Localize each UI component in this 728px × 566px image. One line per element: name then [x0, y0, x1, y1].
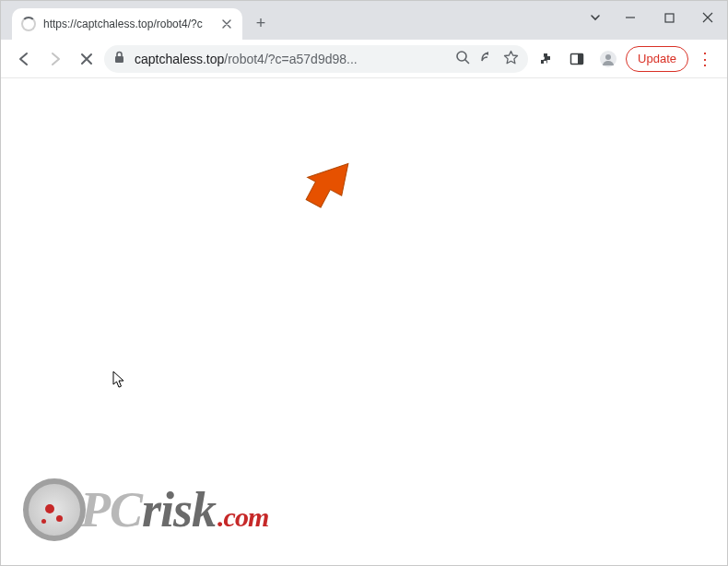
maximize-button[interactable]: [650, 1, 688, 34]
svg-rect-2: [115, 56, 123, 63]
back-button[interactable]: [10, 45, 38, 73]
svg-point-8: [605, 54, 611, 60]
profile-icon[interactable]: [594, 45, 622, 73]
url-text: captchaless.top/robot4/?c=a57d9d98...: [135, 52, 446, 66]
menu-button[interactable]: ⋮: [692, 49, 718, 69]
svg-rect-6: [578, 53, 583, 64]
stop-reload-button[interactable]: [73, 45, 100, 73]
bookmark-star-icon[interactable]: [503, 50, 519, 68]
close-window-button[interactable]: [688, 1, 727, 34]
share-icon[interactable]: [479, 50, 494, 67]
tab-close-button[interactable]: [220, 18, 233, 30]
svg-rect-1: [665, 14, 674, 22]
annotation-arrow-icon: [304, 154, 350, 209]
lock-icon[interactable]: [113, 51, 125, 66]
new-tab-button[interactable]: +: [248, 10, 274, 36]
browser-toolbar: captchaless.top/robot4/?c=a57d9d98... Up…: [1, 40, 727, 78]
tab-title: https://captchaless.top/robot4/?c: [43, 18, 213, 30]
loading-spinner-icon: [21, 17, 36, 31]
watermark-text: PCrisk.com: [80, 481, 268, 538]
url-path: /robot4/?c=a57d9d98...: [224, 52, 357, 66]
mouse-cursor-icon: [112, 371, 127, 389]
watermark-risk: risk: [142, 481, 216, 538]
sidepanel-icon[interactable]: [563, 45, 591, 73]
address-bar[interactable]: captchaless.top/robot4/?c=a57d9d98...: [104, 45, 528, 73]
minimize-button[interactable]: [611, 1, 650, 34]
page-viewport: PCrisk.com: [1, 78, 727, 565]
zoom-icon[interactable]: [455, 50, 470, 67]
watermark-com: .com: [217, 501, 268, 533]
forward-button[interactable]: [41, 45, 69, 73]
browser-tab[interactable]: https://captchaless.top/robot4/?c: [12, 8, 242, 40]
window-controls: [580, 1, 727, 34]
update-button[interactable]: Update: [626, 46, 688, 72]
watermark-pc: PC: [80, 481, 142, 538]
svg-line-4: [465, 60, 469, 64]
titlebar: https://captchaless.top/robot4/?c +: [1, 1, 727, 40]
pcrisk-watermark: PCrisk.com: [23, 478, 268, 541]
tab-search-button[interactable]: [580, 1, 611, 34]
globe-icon: [23, 478, 86, 541]
extensions-icon[interactable]: [532, 45, 559, 73]
url-domain: captchaless.top: [135, 52, 224, 66]
